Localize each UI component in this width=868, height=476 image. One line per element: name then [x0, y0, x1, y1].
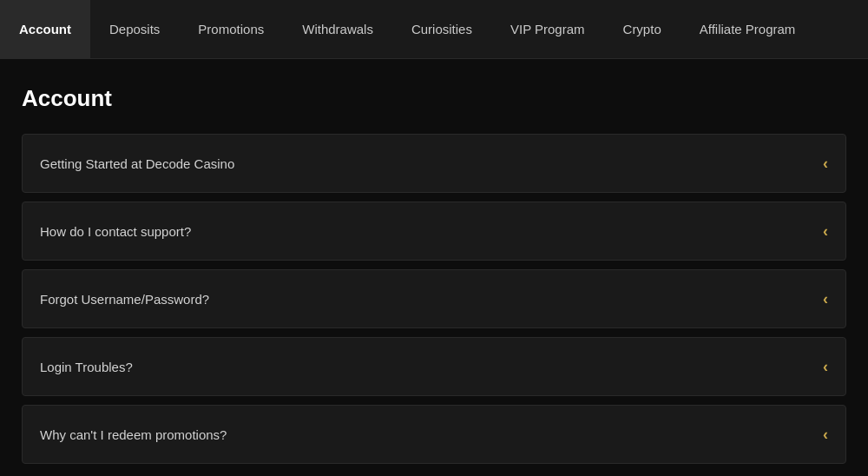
chevron-icon-3: ‹ [823, 358, 828, 376]
nav-item-withdrawals[interactable]: Withdrawals [283, 0, 392, 58]
nav-item-deposits[interactable]: Deposits [90, 0, 179, 58]
accordion-label-4: Why can't I redeem promotions? [40, 427, 227, 442]
page-title: Account [22, 85, 846, 112]
accordion-item-1[interactable]: How do I contact support? ‹ [22, 202, 846, 261]
nav-item-crypto[interactable]: Crypto [604, 0, 681, 58]
nav-bar: Account Deposits Promotions Withdrawals … [0, 0, 868, 59]
accordion-item-3[interactable]: Login Troubles? ‹ [22, 337, 846, 396]
accordion-label-1: How do I contact support? [40, 224, 191, 239]
chevron-icon-0: ‹ [823, 155, 828, 173]
accordion-label-0: Getting Started at Decode Casino [40, 156, 234, 171]
chevron-icon-4: ‹ [823, 426, 828, 444]
nav-item-curiosities[interactable]: Curiosities [392, 0, 491, 58]
main-content: Account Getting Started at Decode Casino… [0, 59, 868, 476]
accordion-item-4[interactable]: Why can't I redeem promotions? ‹ [22, 405, 846, 464]
accordion-label-3: Login Troubles? [40, 360, 133, 374]
nav-item-account[interactable]: Account [0, 0, 90, 58]
nav-item-affiliate-program[interactable]: Affiliate Program [681, 0, 815, 58]
accordion-label-2: Forgot Username/Password? [40, 292, 209, 307]
accordion-item-0[interactable]: Getting Started at Decode Casino ‹ [22, 134, 846, 193]
accordion-item-2[interactable]: Forgot Username/Password? ‹ [22, 269, 846, 328]
chevron-icon-2: ‹ [823, 290, 828, 308]
nav-item-promotions[interactable]: Promotions [179, 0, 283, 58]
nav-item-vip-program[interactable]: VIP Program [491, 0, 604, 58]
chevron-icon-1: ‹ [823, 222, 828, 241]
